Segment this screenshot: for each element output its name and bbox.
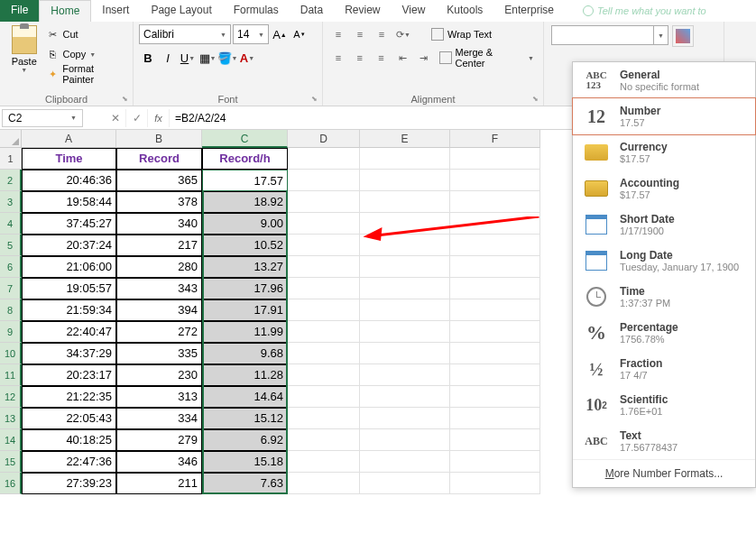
copy-button[interactable]: ⎘ Copy ▼ [46, 45, 127, 63]
italic-button[interactable]: I [159, 48, 177, 68]
cell-F15[interactable] [450, 451, 540, 473]
row-header-6[interactable]: 6 [0, 256, 22, 278]
cell-C11[interactable]: 11.28 [202, 364, 288, 386]
cell-A8[interactable]: 21:59:34 [22, 299, 116, 321]
tab-review[interactable]: Review [334, 0, 391, 22]
cell-E6[interactable] [360, 256, 450, 278]
cell-F10[interactable] [450, 343, 540, 364]
format-long-date[interactable]: Long DateTuesday, January 17, 1900 [573, 243, 755, 279]
cell-C10[interactable]: 9.68 [202, 343, 288, 364]
font-launcher[interactable]: ⬊ [311, 95, 320, 104]
cell-F14[interactable] [450, 429, 540, 451]
cell-E7[interactable] [360, 278, 450, 299]
cell-A16[interactable]: 27:39:23 [22, 473, 116, 494]
format-general[interactable]: ABC123 GeneralNo specific format [573, 62, 755, 98]
cell-A12[interactable]: 21:22:35 [22, 386, 116, 408]
cell-E16[interactable] [360, 473, 450, 494]
grow-font-button[interactable]: A▲ [271, 24, 289, 44]
cell-C2[interactable]: 17.57 [202, 170, 288, 191]
cell-B2[interactable]: 365 [116, 170, 202, 191]
align-top-button[interactable]: ≡ [328, 25, 348, 43]
cell-A1[interactable]: Time [22, 148, 116, 170]
row-header-10[interactable]: 10 [0, 343, 22, 364]
column-header-D[interactable]: D [288, 130, 360, 148]
cell-B10[interactable]: 335 [116, 343, 202, 364]
tab-insert[interactable]: Insert [91, 0, 140, 22]
format-percentage[interactable]: % Percentage1756.78% [573, 315, 755, 351]
cell-B3[interactable]: 378 [116, 191, 202, 213]
cell-D13[interactable] [288, 408, 360, 429]
cell-D16[interactable] [288, 473, 360, 494]
paste-button[interactable]: Paste ▼ [5, 23, 42, 88]
row-header-9[interactable]: 9 [0, 321, 22, 343]
cell-D6[interactable] [288, 256, 360, 278]
format-scientific[interactable]: 102 Scientific1.76E+01 [573, 387, 755, 423]
cell-E15[interactable] [360, 451, 450, 473]
format-currency[interactable]: Currency$17.57 [573, 134, 755, 170]
cell-F12[interactable] [450, 386, 540, 408]
cell-B1[interactable]: Record [116, 148, 202, 170]
insert-function-button[interactable]: fx [148, 109, 170, 127]
cell-F1[interactable] [450, 148, 540, 170]
cell-A9[interactable]: 22:40:47 [22, 321, 116, 343]
cell-E10[interactable] [360, 343, 450, 364]
number-format-combo[interactable]: ▼ [551, 25, 668, 45]
cell-D14[interactable] [288, 429, 360, 451]
cell-C15[interactable]: 15.18 [202, 451, 288, 473]
cell-C7[interactable]: 17.96 [202, 278, 288, 299]
cell-C16[interactable]: 7.63 [202, 473, 288, 494]
row-header-11[interactable]: 11 [0, 364, 22, 386]
column-header-F[interactable]: F [450, 130, 540, 148]
cell-F11[interactable] [450, 364, 540, 386]
cell-B15[interactable]: 346 [116, 451, 202, 473]
column-header-E[interactable]: E [360, 130, 450, 148]
cell-E13[interactable] [360, 408, 450, 429]
cell-B14[interactable]: 279 [116, 429, 202, 451]
conditional-formatting-button[interactable] [672, 25, 694, 47]
row-header-5[interactable]: 5 [0, 235, 22, 256]
cell-D7[interactable] [288, 278, 360, 299]
column-header-A[interactable]: A [22, 130, 116, 148]
format-time[interactable]: Time1:37:37 PM [573, 279, 755, 315]
cell-D8[interactable] [288, 299, 360, 321]
row-header-4[interactable]: 4 [0, 213, 22, 235]
cell-D4[interactable] [288, 213, 360, 235]
cell-F4[interactable] [450, 213, 540, 235]
cell-D10[interactable] [288, 343, 360, 364]
format-text[interactable]: ABC Text17.56778437 [573, 423, 755, 459]
row-header-8[interactable]: 8 [0, 299, 22, 321]
cancel-formula-button[interactable]: ✕ [105, 109, 126, 127]
cell-B8[interactable]: 394 [116, 299, 202, 321]
cell-E14[interactable] [360, 429, 450, 451]
cell-B12[interactable]: 313 [116, 386, 202, 408]
select-all-corner[interactable] [0, 130, 22, 148]
cell-A5[interactable]: 20:37:24 [22, 235, 116, 256]
cell-A2[interactable]: 20:46:36 [22, 170, 116, 191]
tab-data[interactable]: Data [290, 0, 334, 22]
align-left-button[interactable]: ≡ [328, 49, 348, 67]
cell-A13[interactable]: 22:05:43 [22, 408, 116, 429]
more-number-formats[interactable]: More Number Formats... [573, 459, 755, 487]
cell-D1[interactable] [288, 148, 360, 170]
font-color-button[interactable]: A▼ [238, 48, 256, 68]
orientation-button[interactable]: ⟳▼ [393, 25, 413, 43]
format-accounting[interactable]: Accounting$17.57 [573, 170, 755, 207]
cell-E3[interactable] [360, 191, 450, 213]
cell-A3[interactable]: 19:58:44 [22, 191, 116, 213]
cell-F3[interactable] [450, 191, 540, 213]
cell-F5[interactable] [450, 235, 540, 256]
align-middle-button[interactable]: ≡ [350, 25, 370, 43]
cell-E5[interactable] [360, 235, 450, 256]
align-right-button[interactable]: ≡ [371, 49, 391, 67]
decrease-indent-button[interactable]: ⇤ [392, 49, 412, 67]
cell-E2[interactable] [360, 170, 450, 191]
format-painter-button[interactable]: ✦ Format Painter [46, 65, 127, 83]
tab-formulas[interactable]: Formulas [223, 0, 290, 22]
cell-C1[interactable]: Record/h [202, 148, 288, 170]
column-header-C[interactable]: C [202, 130, 288, 148]
row-header-13[interactable]: 13 [0, 408, 22, 429]
cell-E12[interactable] [360, 386, 450, 408]
cell-B7[interactable]: 343 [116, 278, 202, 299]
shrink-font-button[interactable]: A▼ [290, 24, 309, 44]
cell-B11[interactable]: 230 [116, 364, 202, 386]
